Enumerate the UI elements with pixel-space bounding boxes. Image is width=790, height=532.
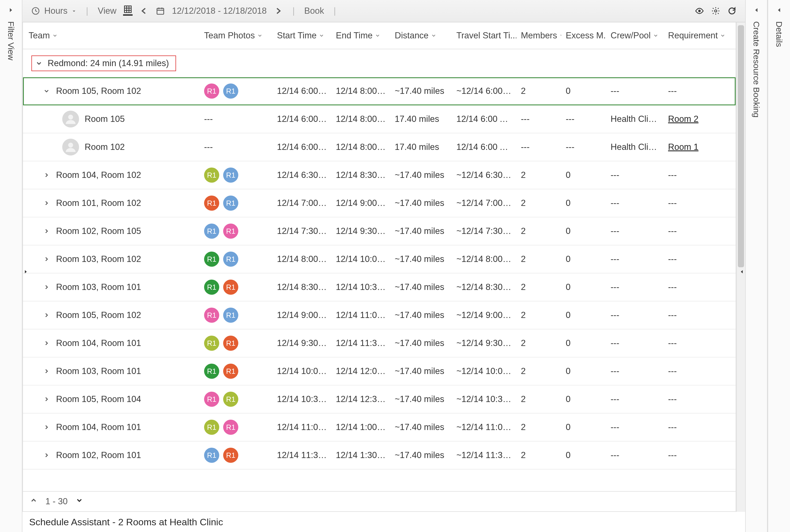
child-name: Room 105 [85,114,125,124]
team-row[interactable]: Room 105, Room 102R1R112/14 9:00 AM12/14… [23,301,736,329]
requirement-link[interactable]: Room 1 [668,142,699,152]
cell-photos: R1R1 [200,420,273,435]
group-row-redmond[interactable]: Redmond: 24 min (14.91 miles) [23,49,736,77]
cell-crew: --- [606,86,664,96]
chevron-right-icon[interactable] [43,368,50,375]
create-booking-label: Create Resource Booking [752,21,761,118]
col-header-travel-start[interactable]: Travel Start Ti... [452,31,516,41]
col-header-requirement[interactable]: Requirement [664,31,736,41]
cell-requirement: --- [664,282,736,292]
team-photo-badge: R1 [223,448,238,463]
expand-left-icon [776,6,783,16]
col-header-start-time[interactable]: Start Time [273,31,331,41]
hours-dropdown[interactable]: Hours [31,6,76,16]
eye-icon[interactable] [695,6,704,16]
cell-crew: --- [606,422,664,432]
team-row[interactable]: Room 102, Room 101R1R112/14 11:30 ...12/… [23,441,736,470]
team-row[interactable]: Room 104, Room 101R1R112/14 11:00 ...12/… [23,414,736,441]
cell-distance: ~17.40 miles [390,450,452,460]
chevron-right-icon[interactable] [43,284,50,290]
avatar-icon [62,111,79,128]
chevron-right-icon[interactable] [43,200,50,207]
cell-requirement: --- [664,198,736,208]
chevron-right-icon[interactable] [43,172,50,178]
cell-requirement: --- [664,366,736,376]
next-range-button[interactable] [273,6,283,16]
cell-travel: ~12/14 8:00 AM [452,254,516,264]
col-header-team[interactable]: Team [23,31,200,41]
pager-next-button[interactable] [75,496,83,507]
view-label: View [98,6,117,16]
chevron-right-icon[interactable] [43,228,50,234]
page-title: Schedule Assistant - 2 Rooms at Health C… [22,512,745,532]
panel-edge-right-arrow[interactable] [738,266,745,277]
chevron-right-icon[interactable] [43,312,50,319]
team-row[interactable]: Room 102, Room 105R1R112/14 7:30 AM12/14… [23,217,736,245]
cell-members: 2 [516,366,561,376]
child-row[interactable]: Room 102---12/14 6:00 AM12/14 8:00 AM17.… [23,133,736,162]
chevron-right-icon[interactable] [43,424,50,431]
cell-distance: ~17.40 miles [390,394,452,404]
gear-icon[interactable] [711,6,720,16]
cell-requirement: --- [664,394,736,404]
team-row[interactable]: Room 105, Room 102R1R112/14 6:00 AM12/14… [23,77,736,105]
team-row[interactable]: Room 103, Room 102R1R112/14 8:00 AM12/14… [23,245,736,273]
team-row[interactable]: Room 103, Room 101R1R112/14 10:00 ...12/… [23,358,736,385]
col-header-end-time[interactable]: End Time [331,31,390,41]
create-booking-panel-collapsed[interactable]: Create Resource Booking [745,0,768,532]
cell-crew: --- [606,366,664,376]
cell-travel: ~12/14 9:00 AM [452,310,516,320]
cell-crew: --- [606,338,664,348]
filter-view-panel-collapsed[interactable]: Filter View [0,0,22,532]
col-header-members[interactable]: Members [516,31,561,41]
cell-photos: R1R1 [200,364,273,379]
grid-view-button[interactable] [123,6,133,16]
col-header-crew-pool[interactable]: Crew/Pool [606,31,664,41]
cell-requirement: --- [664,422,736,432]
chevron-right-icon[interactable] [43,340,50,346]
refresh-icon[interactable] [727,6,737,16]
team-row[interactable]: Room 104, Room 102R1R112/14 6:30 AM12/14… [23,162,736,189]
child-row[interactable]: Room 105---12/14 6:00 AM12/14 8:00 AM17.… [23,105,736,133]
team-row[interactable]: Room 103, Room 101R1R112/14 8:30 AM12/14… [23,273,736,301]
requirement-link[interactable]: Room 2 [668,114,699,124]
col-header-excess[interactable]: Excess M... [561,31,606,41]
pager-prev-button[interactable] [30,496,38,507]
prev-range-button[interactable] [139,6,149,16]
details-panel-collapsed[interactable]: Details [768,0,790,532]
team-photo-badge: R1 [223,83,238,99]
col-header-team-photos[interactable]: Team Photos [200,31,273,41]
cell-members: --- [516,142,561,152]
svg-point-4 [68,115,73,120]
panel-edge-left-arrow[interactable] [22,266,29,277]
scrollbar-thumb[interactable] [738,25,744,267]
cell-requirement: --- [664,338,736,348]
chevron-right-icon[interactable] [43,452,50,459]
team-row[interactable]: Room 101, Room 102R1R112/14 7:00 AM12/14… [23,189,736,217]
cell-end: 12/14 1:30 PM [331,450,390,460]
calendar-icon[interactable] [155,6,165,16]
chevron-right-icon[interactable] [43,396,50,403]
cell-excess: --- [561,142,606,152]
svg-point-2 [698,10,701,12]
cell-start: 12/14 9:30 AM [273,338,331,348]
date-range-text[interactable]: 12/12/2018 - 12/18/2018 [172,6,267,16]
cell-distance: ~17.40 miles [390,170,452,180]
team-name: Room 103, Room 101 [56,366,141,376]
cell-travel: ~12/14 7:30 AM [452,226,516,236]
cell-members: 2 [516,226,561,236]
book-button[interactable]: Book [304,6,324,16]
cell-distance: ~17.40 miles [390,422,452,432]
col-header-distance[interactable]: Distance [390,31,452,41]
toolbar-separator: | [331,6,339,16]
cell-distance: ~17.40 miles [390,310,452,320]
team-photo-badge: R1 [204,83,219,99]
cell-distance: 17.40 miles [390,142,452,152]
team-photo-badge: R1 [223,251,238,267]
grid-header-row: Team Team Photos Start Time End Time Dis… [23,22,736,49]
chevron-right-icon[interactable] [43,256,50,263]
team-row[interactable]: Room 104, Room 101R1R112/14 9:30 AM12/14… [23,329,736,358]
cell-excess: 0 [561,198,606,208]
team-row[interactable]: Room 105, Room 104R1R112/14 10:30 ...12/… [23,385,736,414]
chevron-down-icon[interactable] [43,88,50,94]
